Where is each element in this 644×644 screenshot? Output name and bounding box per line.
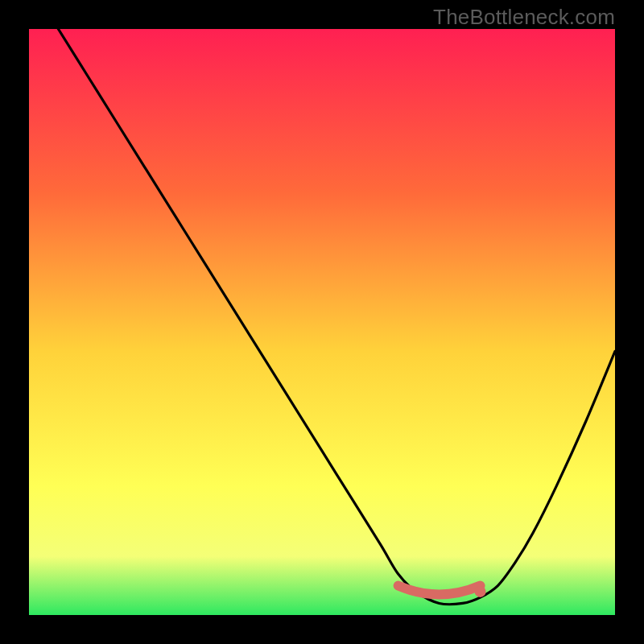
chart-frame: { "watermark": "TheBottleneck.com", "col… — [0, 0, 644, 644]
watermark-text: TheBottleneck.com — [433, 5, 615, 30]
gradient-background — [29, 29, 615, 615]
bottleneck-chart — [29, 29, 615, 615]
optimal-end-dot — [475, 586, 486, 597]
chart-canvas — [29, 29, 615, 615]
